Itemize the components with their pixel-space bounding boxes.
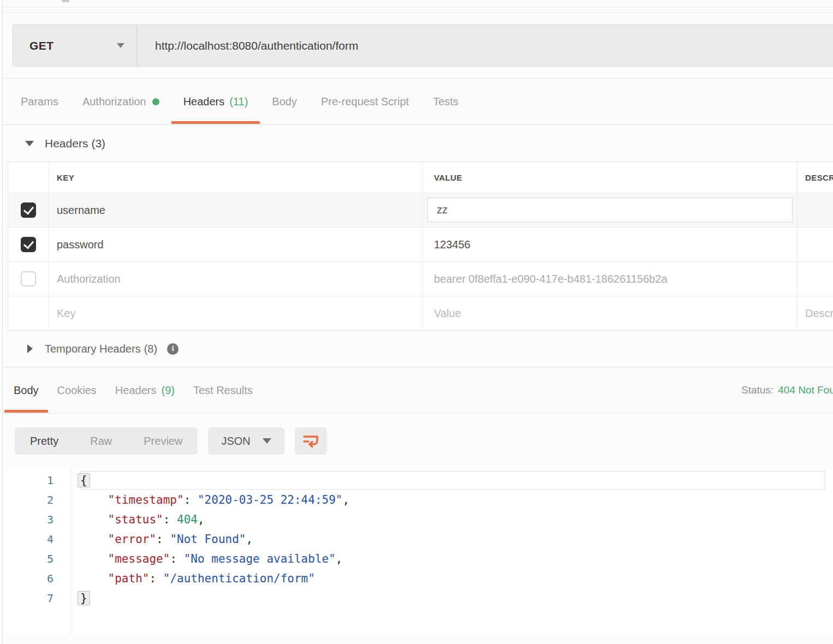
value-edit-input[interactable]: zz — [427, 198, 793, 222]
response-tab-body[interactable]: Body — [4, 367, 48, 413]
active-line-highlight — [80, 471, 825, 490]
line-number: 6 — [0, 572, 53, 585]
row-enabled-checkbox[interactable] — [21, 202, 36, 218]
wrap-text-icon — [302, 434, 319, 448]
row-key-cell[interactable]: Key — [49, 296, 423, 330]
status-label: Status: — [741, 384, 773, 396]
request-tabs: ParamsAuthorizationHeaders(11)BodyPre-re… — [0, 79, 833, 125]
token-ws — [80, 533, 108, 546]
tab-label: Pre-request Script — [321, 96, 409, 108]
view-mode-switch: PrettyRawPreview — [15, 427, 198, 455]
response-tab-headers[interactable]: Headers(9) — [106, 367, 184, 413]
code-line: 1{ — [0, 470, 833, 490]
status-value: 404 Not Found — [778, 384, 833, 396]
line-number: 7 — [0, 592, 53, 605]
token-key: "error" — [108, 533, 157, 546]
tab-authorization[interactable]: Authorization — [70, 79, 171, 124]
tab-params[interactable]: Params — [9, 79, 70, 124]
token-str: "Not Found" — [170, 533, 246, 546]
row-description-cell[interactable] — [797, 228, 833, 261]
code-line: 3 "status": 404, — [0, 510, 833, 529]
row-key-cell[interactable]: username — [49, 193, 423, 227]
chevron-down-icon — [263, 438, 271, 444]
row-description-cell[interactable]: Description — [797, 296, 833, 330]
table-row: Authorization bearer 0f8effa1-e090-417e-… — [8, 262, 833, 296]
request-url-section: GET http://localhost:8080/authentication… — [0, 13, 833, 79]
table-row: username zz — [8, 193, 833, 228]
row-description-text: Description — [805, 307, 833, 320]
row-description-cell[interactable] — [797, 262, 833, 296]
line-content: "path": "/authentication/form" — [53, 572, 315, 585]
wrap-text-button[interactable] — [295, 427, 327, 455]
code-line: 7} — [0, 588, 833, 608]
line-content: "status": 404, — [53, 513, 205, 526]
tab-bar-remnant — [0, 0, 833, 13]
fold-brace-handle[interactable]: } — [78, 591, 90, 605]
row-enabled-checkbox[interactable] — [21, 271, 36, 287]
response-tab-cookies[interactable]: Cookies — [48, 367, 106, 413]
tab-headers[interactable]: Headers(11) — [171, 79, 260, 124]
header-checkbox-column — [8, 162, 49, 193]
tab-tests[interactable]: Tests — [421, 79, 471, 124]
column-header-value: VALUE — [423, 162, 797, 193]
row-value-text: Value — [434, 307, 461, 320]
line-number: 4 — [0, 533, 53, 546]
url-input[interactable]: http://localhost:8080/authentication/for… — [137, 25, 833, 66]
response-tab-test-results[interactable]: Test Results — [184, 367, 262, 413]
row-key-cell[interactable]: password — [49, 228, 423, 261]
url-bar: GET http://localhost:8080/authentication… — [13, 25, 833, 67]
token-str: "2020-03-25 22:44:59" — [198, 493, 343, 506]
view-mode-raw[interactable]: Raw — [90, 435, 112, 448]
collapse-triangle-icon — [25, 141, 34, 146]
row-enabled-checkbox[interactable] — [21, 237, 36, 252]
token-ws — [80, 572, 108, 585]
tab-label: Cookies — [57, 384, 97, 397]
row-value-cell[interactable]: Value — [423, 296, 797, 330]
method-label: GET — [29, 39, 54, 52]
response-tabs-bar: BodyCookiesHeaders(9)Test Results Status… — [0, 367, 833, 414]
row-value-text: 123456 — [434, 238, 471, 251]
line-content: { — [53, 473, 90, 487]
token-p: , — [342, 493, 349, 506]
response-status: Status: 404 Not Found — [741, 367, 833, 413]
fold-brace-handle[interactable]: { — [78, 473, 90, 487]
headers-section-header[interactable]: Headers(3) — [0, 125, 833, 162]
info-icon[interactable]: i — [167, 343, 178, 355]
table-row: Key Value Description — [8, 296, 833, 330]
row-key-text: Key — [57, 307, 75, 320]
token-str: "/authentication/form" — [163, 572, 315, 585]
headers-table: KEY VALUE DESCRIPTION username zz passwo… — [8, 162, 833, 331]
format-dropdown[interactable]: JSON — [208, 427, 284, 455]
code-lines: 1{2 "timestamp": "2020-03-25 22:44:59",3… — [0, 470, 833, 608]
tab-body[interactable]: Body — [260, 79, 309, 124]
tab-count: (9) — [161, 384, 174, 397]
tab-label: Params — [21, 96, 58, 108]
tab-label: Body — [272, 96, 297, 108]
temporary-headers-row[interactable]: Temporary Headers(8) i — [0, 331, 833, 367]
row-key-text: password — [57, 238, 104, 251]
headers-section-title: Headers(3) — [45, 137, 105, 150]
auth-configured-dot-icon — [152, 98, 159, 105]
tab-label: Body — [14, 384, 39, 397]
view-mode-preview[interactable]: Preview — [144, 435, 182, 448]
row-value-cell[interactable]: 123456 — [423, 228, 797, 261]
row-value-cell[interactable]: bearer 0f8effa1-e090-417e-b481-186261156… — [423, 262, 797, 296]
row-description-cell[interactable] — [797, 193, 833, 227]
method-dropdown[interactable]: GET — [13, 25, 137, 66]
row-value-cell[interactable]: zz — [423, 193, 797, 227]
response-toolbar: PrettyRawPreview JSON — [0, 414, 833, 468]
token-key: "timestamp" — [108, 493, 184, 506]
tab-pre-request-script[interactable]: Pre-request Script — [309, 79, 421, 124]
line-content: "timestamp": "2020-03-25 22:44:59", — [53, 493, 349, 506]
line-content: } — [53, 591, 90, 605]
view-mode-pretty[interactable]: Pretty — [30, 435, 58, 448]
format-label: JSON — [221, 435, 250, 448]
token-p: : — [163, 513, 177, 526]
code-line: 2 "timestamp": "2020-03-25 22:44:59", — [0, 490, 833, 510]
line-content: "message": "No message available", — [53, 552, 342, 565]
token-ws — [80, 513, 108, 526]
token-p: : — [170, 552, 183, 565]
row-key-text: Authorization — [57, 273, 121, 285]
row-key-cell[interactable]: Authorization — [49, 262, 423, 296]
token-p: : — [184, 493, 198, 506]
